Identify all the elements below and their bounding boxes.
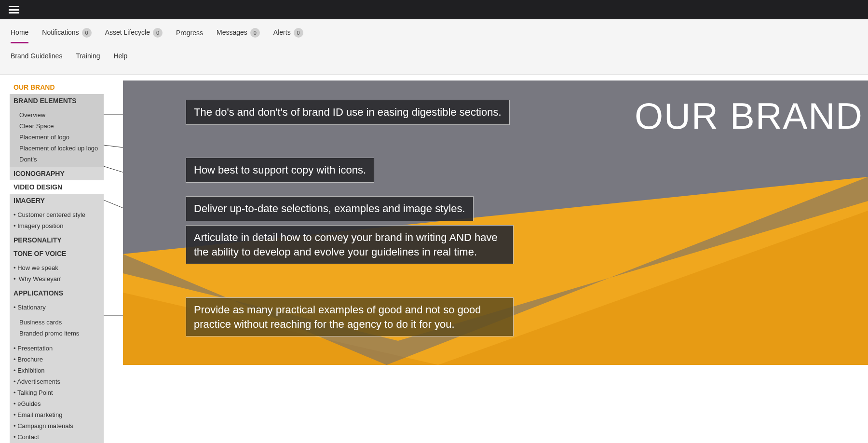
sidebar-item[interactable]: Stationary [10, 302, 104, 313]
sidebar-item[interactable]: How we speak [10, 262, 104, 273]
sidebar-heading[interactable]: BRAND ELEMENTS [10, 94, 104, 107]
nav-item[interactable]: Progress [176, 29, 203, 42]
callout-1: The do's and don't's of brand ID use in … [186, 100, 510, 125]
sidebar-item[interactable]: Customer centered style [10, 209, 104, 220]
sidebar-heading[interactable]: IMAGERY [10, 194, 104, 207]
sidebar-item[interactable]: Campaign materials [10, 420, 104, 431]
sidebar-group: How we speak'Why Wesleyan' [10, 260, 104, 286]
sidebar-heading[interactable]: PERSONALITY [10, 233, 104, 247]
sidebar-group: PresentationBrochureExhibitionAdvertisem… [10, 341, 104, 443]
hero-panel: OUR BRAND The do's and don't's of brand … [123, 81, 868, 365]
sidebar-item[interactable]: Placement of logo [10, 132, 104, 143]
content: OUR BRANDBRAND ELEMENTSOverviewClear Spa… [0, 75, 868, 443]
sidebar-group: Stationary [10, 300, 104, 315]
sidebar-heading[interactable]: VIDEO DESIGN [10, 180, 104, 194]
sidebar-heading[interactable]: APPLICATIONS [10, 286, 104, 300]
nav-item[interactable]: Alerts0 [273, 28, 303, 43]
sidebar-item[interactable]: Exhibition [10, 365, 104, 376]
hero-title: OUR BRAND [635, 95, 863, 137]
sidebar-item[interactable]: Brochure [10, 354, 104, 365]
sidebar-item[interactable]: Imagery position [10, 220, 104, 231]
nav-item[interactable]: Messages0 [217, 28, 260, 43]
callout-3: Deliver up-to-date selections, examples … [186, 196, 474, 221]
nav-item[interactable]: Asset Lifecycle0 [105, 28, 163, 43]
sidebar-item[interactable]: Presentation [10, 343, 104, 354]
sidebar-item[interactable]: Overview [10, 109, 104, 121]
nav-item[interactable]: Training [76, 52, 100, 66]
hamburger-icon[interactable] [9, 6, 19, 13]
sidebar-item[interactable]: Talking Point [10, 387, 104, 398]
sidebar-group: Business cardsBranded promo items [10, 315, 104, 341]
sidebar-heading[interactable]: TONE OF VOICE [10, 247, 104, 260]
nav-badge: 0 [82, 28, 92, 38]
nav-item[interactable]: Brand Guidelines [11, 52, 62, 66]
sidebar-item[interactable]: eGuides [10, 398, 104, 409]
nav-badge: 0 [250, 28, 260, 38]
callout-5: Provide as many practical examples of go… [186, 297, 514, 336]
nav-item[interactable]: Home [11, 28, 28, 43]
main-nav: HomeNotifications0Asset Lifecycle0Progre… [0, 19, 868, 75]
sidebar-item[interactable]: Email marketing [10, 409, 104, 420]
nav-row-primary: HomeNotifications0Asset Lifecycle0Progre… [11, 28, 857, 43]
nav-item[interactable]: Notifications0 [42, 28, 91, 43]
sidebar-group: OverviewClear SpacePlacement of logoPlac… [10, 107, 104, 167]
nav-item[interactable]: Help [113, 52, 127, 66]
sidebar-group: Customer centered styleImagery position [10, 207, 104, 233]
callout-4: Articulate in detail how to convey your … [186, 225, 514, 264]
nav-badge: 0 [294, 28, 303, 38]
sidebar-heading[interactable]: ICONOGRAPHY [10, 167, 104, 180]
nav-row-secondary: Brand GuidelinesTrainingHelp [11, 52, 857, 66]
sidebar: OUR BRANDBRAND ELEMENTSOverviewClear Spa… [10, 81, 104, 443]
sidebar-heading[interactable]: OUR BRAND [10, 81, 104, 94]
sidebar-item[interactable]: Business cards [10, 317, 104, 328]
sidebar-item[interactable]: Dont's [10, 154, 104, 165]
sidebar-item[interactable]: Contact [10, 431, 104, 443]
sidebar-item[interactable]: Placement of locked up logo [10, 143, 104, 154]
top-bar [0, 0, 868, 19]
sidebar-item[interactable]: Clear Space [10, 121, 104, 132]
nav-badge: 0 [153, 28, 163, 38]
callout-2: How best to support copy with icons. [186, 158, 374, 183]
sidebar-item[interactable]: Branded promo items [10, 328, 104, 339]
sidebar-item[interactable]: Advertisements [10, 376, 104, 387]
sidebar-item[interactable]: 'Why Wesleyan' [10, 273, 104, 284]
